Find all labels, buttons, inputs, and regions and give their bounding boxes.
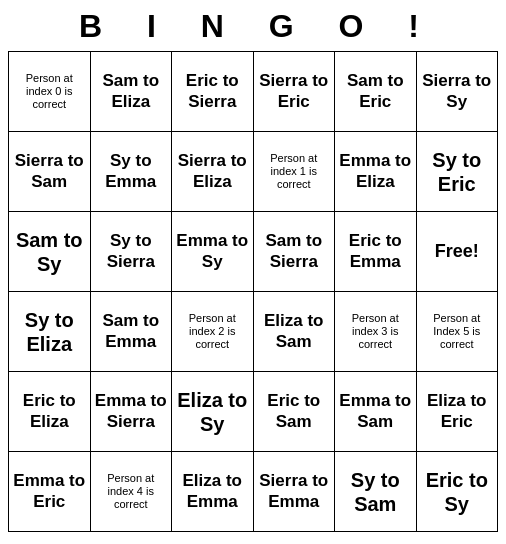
cell-4-0: Eric to Eliza: [9, 372, 91, 452]
cell-0-1: Sam to Eliza: [90, 52, 172, 132]
cell-3-4: Person at index 3 is correct: [335, 292, 417, 372]
bingo-title: B I N G O !: [69, 8, 437, 45]
cell-2-3: Sam to Sierra: [253, 212, 335, 292]
cell-0-0: Person at index 0 is correct: [9, 52, 91, 132]
cell-0-5: Sierra to Sy: [416, 52, 498, 132]
cell-4-3: Eric to Sam: [253, 372, 335, 452]
cell-0-4: Sam to Eric: [335, 52, 417, 132]
cell-1-5: Sy to Eric: [416, 132, 498, 212]
cell-3-5: Person at Index 5 is correct: [416, 292, 498, 372]
cell-4-4: Emma to Sam: [335, 372, 417, 452]
cell-5-4: Sy to Sam: [335, 452, 417, 532]
cell-0-3: Sierra to Eric: [253, 52, 335, 132]
cell-4-2: Eliza to Sy: [172, 372, 254, 452]
cell-1-2: Sierra to Eliza: [172, 132, 254, 212]
cell-2-0: Sam to Sy: [9, 212, 91, 292]
bingo-grid: Person at index 0 is correctSam to Eliza…: [8, 51, 498, 532]
cell-3-0: Sy to Eliza: [9, 292, 91, 372]
cell-1-3: Person at index 1 is correct: [253, 132, 335, 212]
cell-1-1: Sy to Emma: [90, 132, 172, 212]
cell-3-3: Eliza to Sam: [253, 292, 335, 372]
cell-5-3: Sierra to Emma: [253, 452, 335, 532]
cell-4-5: Eliza to Eric: [416, 372, 498, 452]
cell-5-1: Person at index 4 is correct: [90, 452, 172, 532]
cell-4-1: Emma to Sierra: [90, 372, 172, 452]
cell-0-2: Eric to Sierra: [172, 52, 254, 132]
cell-5-2: Eliza to Emma: [172, 452, 254, 532]
cell-2-5: Free!: [416, 212, 498, 292]
cell-3-2: Person at index 2 is correct: [172, 292, 254, 372]
cell-5-5: Eric to Sy: [416, 452, 498, 532]
cell-5-0: Emma to Eric: [9, 452, 91, 532]
cell-2-1: Sy to Sierra: [90, 212, 172, 292]
cell-1-0: Sierra to Sam: [9, 132, 91, 212]
cell-2-2: Emma to Sy: [172, 212, 254, 292]
cell-2-4: Eric to Emma: [335, 212, 417, 292]
cell-1-4: Emma to Eliza: [335, 132, 417, 212]
cell-3-1: Sam to Emma: [90, 292, 172, 372]
